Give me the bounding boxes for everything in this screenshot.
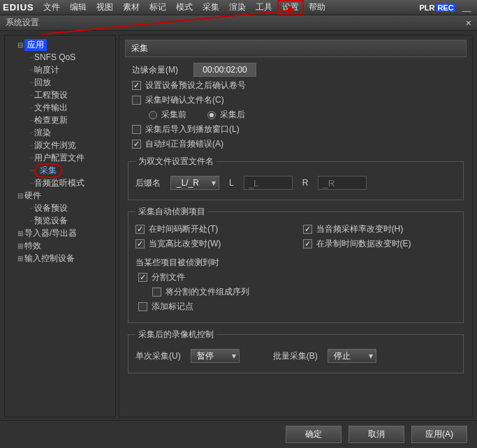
tree-item[interactable]: ┈文件输出 <box>6 101 114 114</box>
tree-item[interactable]: ┈回放 <box>6 76 114 89</box>
chk-seq[interactable] <box>152 288 161 297</box>
batch-label: 批量采集(B) <box>273 350 318 362</box>
margin-input[interactable]: 00:00:02:00 <box>193 63 256 77</box>
dialog-titlebar: 系统设置 × <box>0 15 477 31</box>
lbl-before: 采集前 <box>161 109 186 121</box>
dual-legend: 为双文件设置文件名 <box>135 156 217 167</box>
suffix-select[interactable]: _L/_R <box>170 176 219 190</box>
suffix-label: 后缀名 <box>135 177 161 189</box>
dialog-footer: 确定 取消 应用(A) <box>0 420 477 448</box>
apply-button[interactable]: 应用(A) <box>411 426 467 443</box>
chk-import-window[interactable] <box>132 125 141 134</box>
lbl-auto-audio: 自动纠正音频错误(A) <box>145 138 223 150</box>
tree-item[interactable]: ┈用户配置文件 <box>6 151 114 164</box>
tree-importer[interactable]: ⊞导入器/导出器 <box>6 227 114 239</box>
chk-confirm-filename[interactable] <box>132 96 141 105</box>
tree-effects[interactable]: ⊞特效 <box>6 239 114 252</box>
menu-marker[interactable]: 标记 <box>145 0 171 15</box>
cancel-button[interactable]: 取消 <box>348 426 404 443</box>
menu-clip[interactable]: 素材 <box>118 0 145 15</box>
chk-split[interactable] <box>138 273 147 282</box>
chk-tc-break[interactable] <box>135 225 145 234</box>
lbl-import-window: 采集后导入到播放窗口(L) <box>145 124 240 135</box>
chk-confirm-reel[interactable] <box>132 81 141 90</box>
menu-help[interactable]: 帮助 <box>304 0 330 15</box>
settings-panel: 采集 边缘余量(M) 00:00:02:00 设置设备预设之后确认卷号 采集时确… <box>119 35 473 417</box>
chk-audio-rate[interactable] <box>303 225 312 234</box>
panel-title: 采集 <box>125 40 467 57</box>
L-input[interactable] <box>244 176 293 190</box>
chk-rec-data[interactable] <box>303 239 312 248</box>
settings-tree: ⊟应用 ┈SNFS QoS ┈响度计 ┈回放 ┈工程预设 ┈文件输出 ┈检查更新… <box>4 35 116 417</box>
annotation-arrow-head <box>288 6 295 14</box>
tree-input-control[interactable]: ⊞输入控制设备 <box>6 252 114 264</box>
lbl-confirm-filename: 采集时确认文件名(C) <box>145 94 224 106</box>
radio-after[interactable] <box>207 111 216 119</box>
lbl-confirm-reel: 设置设备预设之后确认卷号 <box>145 80 246 91</box>
tree-item[interactable]: ┈音频监听模式 <box>6 177 114 189</box>
single-select[interactable]: 暂停 <box>191 349 240 363</box>
chk-aspect[interactable] <box>135 239 145 248</box>
chk-auto-audio[interactable] <box>132 140 141 149</box>
menu-capture[interactable]: 采集 <box>198 0 224 15</box>
tree-item[interactable]: ┈预览设备 <box>6 214 114 227</box>
menu-edit[interactable]: 编辑 <box>65 0 91 15</box>
tree-item[interactable]: ┈SNFS QoS <box>6 51 114 64</box>
tree-item[interactable]: ┈检查更新 <box>6 114 114 126</box>
L-label: L <box>229 178 234 188</box>
tree-item[interactable]: ┈渲染 <box>6 126 114 139</box>
tree-item[interactable]: ┈响度计 <box>6 64 114 76</box>
tree-item[interactable]: ┈工程预设 <box>6 89 114 101</box>
app-logo: EDIUS <box>3 2 34 13</box>
dialog-title: 系统设置 <box>6 17 39 29</box>
menu-file[interactable]: 文件 <box>38 0 65 15</box>
auto-detect-group: 采集自动侦测项目 在时间码断开处(T) 当音频采样率改变时(H) 当宽高比改变时… <box>128 206 464 323</box>
sub-legend: 当某些项目被侦测到时 <box>135 257 456 269</box>
tree-item[interactable]: ┈设备预设 <box>6 202 114 214</box>
menu-view[interactable]: 视图 <box>91 0 118 15</box>
tree-hardware[interactable]: ⊟硬件 <box>6 189 114 202</box>
chk-marker[interactable] <box>138 302 147 311</box>
R-input[interactable] <box>318 176 367 190</box>
minimize-icon[interactable]: __ <box>460 3 474 13</box>
tree-application[interactable]: ⊟应用 <box>6 38 114 51</box>
tree-item[interactable]: ┈源文件浏览 <box>6 139 114 151</box>
batch-select[interactable]: 停止 <box>328 349 376 363</box>
menu-mode[interactable]: 模式 <box>171 0 198 15</box>
margin-label: 边缘余量(M) <box>132 64 178 76</box>
badge-plr: PLR <box>419 3 434 12</box>
badge-rec: REC <box>436 3 455 12</box>
R-label: R <box>302 178 309 188</box>
single-label: 单次采集(U) <box>135 350 181 362</box>
vcr-legend: 采集后的录像机控制 <box>135 329 217 341</box>
lbl-after: 采集后 <box>220 109 245 121</box>
menubar: EDIUS 文件 编辑 视图 素材 标记 模式 采集 渲染 工具 设置 帮助 P… <box>0 0 477 15</box>
vcr-control-group: 采集后的录像机控制 单次采集(U) 暂停 批量采集(B) 停止 <box>128 329 464 373</box>
radio-before[interactable] <box>149 111 157 119</box>
dual-file-group: 为双文件设置文件名 后缀名 _L/_R L R <box>128 156 464 200</box>
close-icon[interactable]: × <box>466 17 471 29</box>
detect-legend: 采集自动侦测项目 <box>135 206 208 218</box>
tree-capture[interactable]: ┈采集 <box>6 164 114 177</box>
menu-render[interactable]: 渲染 <box>224 0 251 15</box>
ok-button[interactable]: 确定 <box>286 426 342 443</box>
